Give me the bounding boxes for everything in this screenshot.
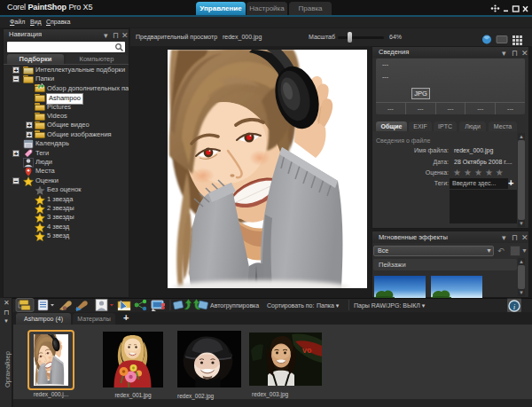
svg-text:vo: vo [302, 346, 312, 355]
